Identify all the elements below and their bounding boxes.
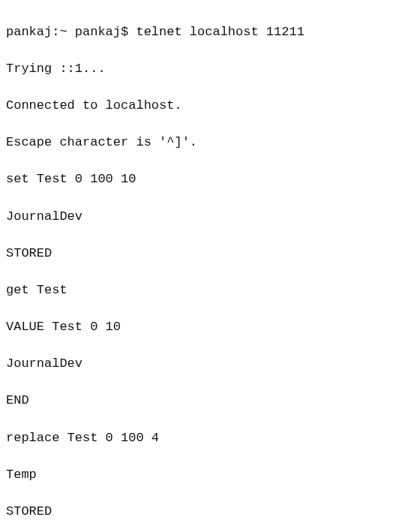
- input-line: get Test: [6, 281, 414, 300]
- output-line: Trying ::1...: [6, 60, 414, 79]
- output-line: JournalDev: [6, 355, 414, 374]
- output-line: STORED: [6, 503, 414, 521]
- shell-prompt: pankaj:~ pankaj$: [6, 25, 136, 39]
- output-line: Escape character is '^]'.: [6, 134, 414, 152]
- input-line: set Test 0 100 10: [6, 170, 414, 189]
- input-line: replace Test 0 100 4: [6, 429, 414, 448]
- output-line: Connected to localhost.: [6, 97, 414, 116]
- prompt-line: pankaj:~ pankaj$ telnet localhost 11211: [6, 23, 414, 42]
- output-line: END: [6, 392, 414, 410]
- output-line: STORED: [6, 245, 414, 263]
- output-line: VALUE Test 0 10: [6, 318, 414, 337]
- typed-command: telnet localhost 11211: [136, 25, 304, 39]
- terminal-window[interactable]: pankaj:~ pankaj$ telnet localhost 11211 …: [0, 0, 420, 523]
- input-line: JournalDev: [6, 208, 414, 227]
- input-line: Temp: [6, 466, 414, 485]
